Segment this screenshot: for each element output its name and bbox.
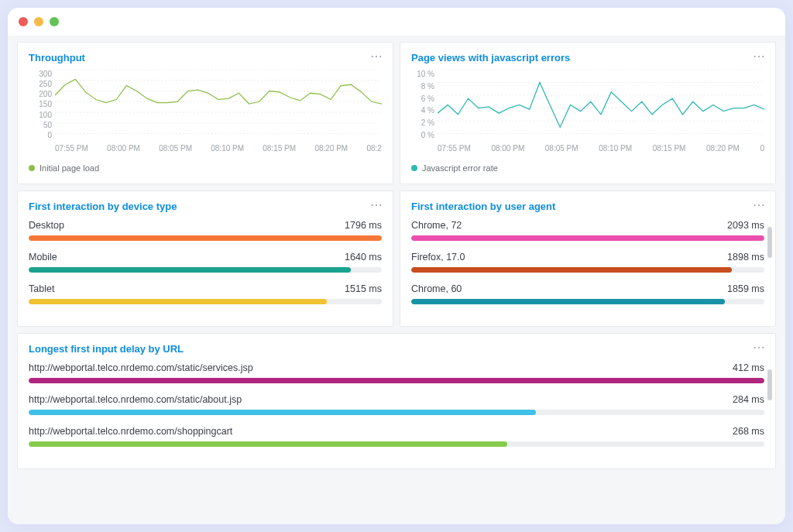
- bar-label: http://webportal.telco.nrdemo.com/shoppi…: [29, 426, 232, 437]
- bar-value: 1796 ms: [345, 220, 382, 231]
- legend-label: Javascript error rate: [422, 163, 498, 173]
- y-axis: 300250200150100500: [29, 70, 55, 139]
- dashboard: Throughput ⋯ 300250200150100500 07:55 PM…: [8, 36, 785, 524]
- bar-row: Desktop1796 ms: [29, 220, 382, 241]
- bar-label: http://webportal.telco.nrdemo.com/static…: [29, 362, 253, 373]
- window-minimize-button[interactable]: [34, 17, 43, 26]
- bar-fill: [411, 299, 725, 304]
- bar-value: 284 ms: [733, 394, 764, 405]
- bar-label: Firefox, 17.0: [411, 252, 465, 263]
- legend-dot-icon: [411, 165, 417, 171]
- card-urls: Longest first input delay by URL ⋯ http:…: [17, 333, 776, 469]
- bar-row: http://webportal.telco.nrdemo.com/shoppi…: [29, 426, 764, 447]
- bar-value: 1859 ms: [727, 283, 764, 294]
- y-axis: 10 %8 %6 %4 %2 %0 %: [411, 70, 438, 139]
- card-js-errors: Page views with javascript errors ⋯ 10 %…: [400, 42, 776, 184]
- bar-fill: [29, 267, 351, 273]
- js-errors-chart: [438, 70, 764, 134]
- bar-track: [29, 299, 382, 304]
- bar-fill: [29, 378, 764, 383]
- card-menu-button[interactable]: ⋯: [370, 199, 383, 211]
- bar-fill: [411, 267, 732, 273]
- bar-row: Firefox, 17.01898 ms: [411, 252, 764, 273]
- card-device-type: First interaction by device type ⋯ Deskt…: [17, 190, 393, 327]
- window-zoom-button[interactable]: [50, 17, 59, 26]
- bars-user-agent: Chrome, 722093 msFirefox, 17.01898 msChr…: [411, 220, 764, 304]
- bar-value: 268 ms: [733, 426, 764, 437]
- bar-value: 412 ms: [733, 362, 764, 373]
- bar-fill: [411, 235, 764, 241]
- bar-track: [29, 441, 764, 447]
- card-title: Longest first input delay by URL: [29, 343, 764, 355]
- x-axis: 07:55 PM08:00 PM08:05 PM08:10 PM08:15 PM…: [55, 144, 382, 153]
- scrollbar[interactable]: [767, 369, 772, 400]
- chart-legend: Javascript error rate: [411, 163, 764, 173]
- card-menu-button[interactable]: ⋯: [753, 50, 766, 63]
- legend-label: Initial page load: [39, 163, 99, 173]
- bar-row: http://webportal.telco.nrdemo.com/static…: [29, 394, 764, 415]
- throughput-chart: [55, 70, 382, 134]
- card-title: Throughput: [29, 52, 382, 63]
- scrollbar[interactable]: [767, 227, 772, 258]
- bars-urls: http://webportal.telco.nrdemo.com/static…: [29, 362, 764, 447]
- bar-value: 1898 ms: [727, 252, 764, 263]
- bar-row: http://webportal.telco.nrdemo.com/static…: [29, 362, 764, 383]
- bar-label: Chrome, 60: [411, 283, 462, 294]
- card-menu-button[interactable]: ⋯: [370, 50, 383, 63]
- bar-fill: [29, 441, 507, 447]
- bar-fill: [29, 235, 382, 241]
- bar-label: Tablet: [29, 283, 54, 294]
- card-throughput: Throughput ⋯ 300250200150100500 07:55 PM…: [17, 42, 393, 184]
- bar-label: Chrome, 72: [411, 220, 462, 231]
- card-title: First interaction by user agent: [411, 201, 764, 212]
- card-user-agent: First interaction by user agent ⋯ Chrome…: [400, 190, 776, 327]
- bar-track: [29, 267, 382, 273]
- legend-dot-icon: [29, 165, 35, 171]
- bar-value: 1515 ms: [345, 283, 382, 294]
- bar-track: [411, 235, 764, 241]
- bar-row: Chrome, 601859 ms: [411, 283, 764, 304]
- bar-value: 2093 ms: [727, 220, 764, 231]
- x-axis: 07:55 PM08:00 PM08:05 PM08:10 PM08:15 PM…: [438, 144, 764, 153]
- window-chrome: [8, 8, 785, 36]
- app-window: Throughput ⋯ 300250200150100500 07:55 PM…: [8, 8, 785, 524]
- window-close-button[interactable]: [19, 17, 28, 26]
- card-title: Page views with javascript errors: [411, 52, 764, 63]
- card-menu-button[interactable]: ⋯: [753, 342, 766, 354]
- chart-legend: Initial page load: [29, 163, 382, 173]
- bar-value: 1640 ms: [345, 252, 382, 263]
- bar-label: Desktop: [29, 220, 64, 231]
- bars-device: Desktop1796 msMobile1640 msTablet1515 ms: [29, 220, 382, 304]
- bar-label: http://webportal.telco.nrdemo.com/static…: [29, 394, 242, 405]
- bar-fill: [29, 299, 327, 304]
- card-title: First interaction by device type: [29, 201, 382, 212]
- bar-row: Chrome, 722093 ms: [411, 220, 764, 241]
- bar-track: [411, 267, 764, 273]
- card-menu-button[interactable]: ⋯: [753, 199, 766, 211]
- bar-track: [411, 299, 764, 304]
- bar-track: [29, 378, 764, 383]
- bar-track: [29, 410, 764, 415]
- bar-row: Tablet1515 ms: [29, 283, 382, 304]
- bar-track: [29, 235, 382, 241]
- bar-label: Mobile: [29, 252, 57, 263]
- bar-row: Mobile1640 ms: [29, 252, 382, 273]
- bar-fill: [29, 410, 536, 415]
